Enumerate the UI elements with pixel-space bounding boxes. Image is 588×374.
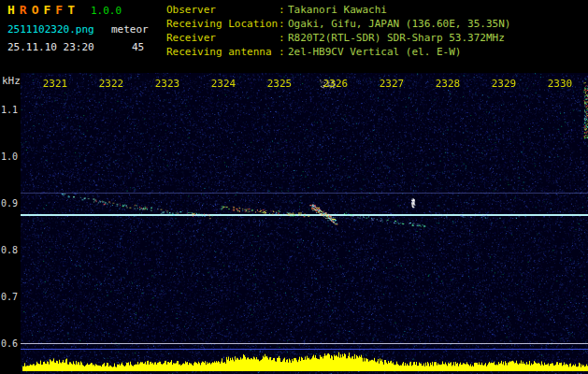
app-title: HROFFT bbox=[7, 3, 79, 17]
station-info-row: Receiving Location:Ogaki, Gifu, JAPAN (1… bbox=[166, 17, 510, 31]
echo-count: 45 bbox=[132, 41, 144, 53]
y-tick-label: 1.1 bbox=[0, 105, 18, 115]
mode-label: meteor bbox=[111, 23, 149, 36]
info-separator: : bbox=[279, 31, 288, 45]
station-info-row: Observer:Takanori Kawachi bbox=[166, 3, 510, 17]
info-value: 2el-HB9CV Vertical (el. E-W) bbox=[288, 45, 510, 59]
info-separator: : bbox=[279, 45, 288, 59]
output-filename: 2511102320.png bbox=[7, 23, 94, 36]
app-title-letter: O bbox=[32, 3, 39, 17]
app-title-letter: H bbox=[7, 3, 15, 17]
spectrogram-canvas bbox=[21, 73, 588, 374]
info-value: Takanori Kawachi bbox=[288, 3, 510, 17]
y-tick-label: 0.8 bbox=[0, 245, 18, 255]
y-tick-label: 0.7 bbox=[0, 292, 18, 302]
info-separator: : bbox=[279, 17, 288, 31]
y-tick-label: 1.0 bbox=[0, 151, 18, 162]
info-label: Receiving antenna bbox=[166, 45, 279, 59]
y-tick-label: 0.6 bbox=[0, 338, 18, 349]
info-label: Receiver bbox=[166, 31, 279, 45]
info-label: Observer bbox=[166, 3, 279, 17]
app-version: 1.0.0 bbox=[91, 5, 122, 17]
app-title-letter: T bbox=[67, 3, 75, 17]
station-info: Observer:Takanori KawachiReceiving Locat… bbox=[166, 3, 510, 59]
hrofft-output-image: { "header": { "title_letters": [ {"ch":"… bbox=[0, 0, 588, 374]
info-value: R820T2(RTL-SDR) SDR-Sharp 53.372MHz bbox=[288, 31, 510, 45]
info-value: Ogaki, Gifu, JAPAN (136.60E, 35.35N) bbox=[288, 17, 510, 31]
app-title-letter: R bbox=[20, 3, 27, 17]
observation-datetime: 25.11.10 23:20 bbox=[7, 41, 94, 53]
info-separator: : bbox=[279, 3, 288, 17]
y-axis-unit: kHz bbox=[2, 75, 21, 87]
info-label: Receiving Location bbox=[166, 17, 279, 31]
y-tick-label: 0.9 bbox=[0, 198, 18, 209]
station-info-row: Receiver:R820T2(RTL-SDR) SDR-Sharp 53.37… bbox=[166, 31, 510, 45]
app-title-letter: F bbox=[55, 3, 63, 17]
station-info-row: Receiving antenna:2el-HB9CV Vertical (el… bbox=[166, 45, 510, 59]
app-title-letter: F bbox=[43, 3, 50, 17]
